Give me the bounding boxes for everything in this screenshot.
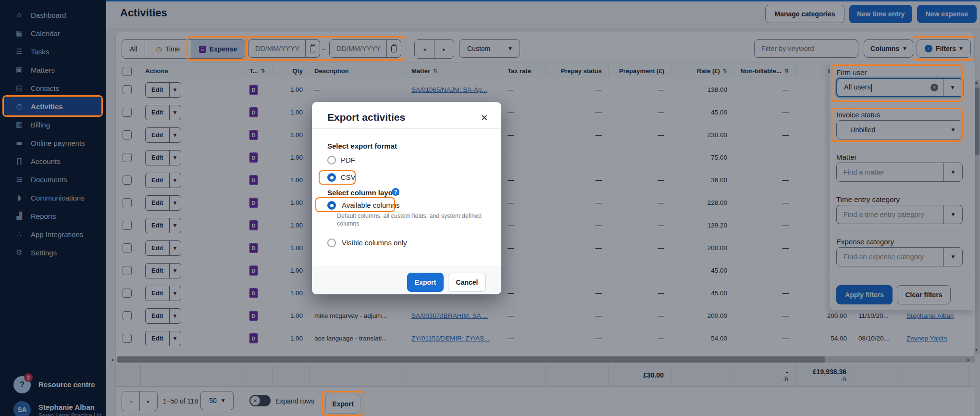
app-root: ⌂Dashboard▦Calendar☰Tasks▣Matters▤Contac… (0, 0, 980, 416)
visible-columns-radio[interactable] (327, 239, 336, 247)
modal-cancel-button[interactable]: Cancel (448, 273, 486, 292)
highlight-filters-button (913, 36, 974, 61)
description-line-1: Default columns, all custom fields, and … (337, 213, 482, 219)
visible-columns-label[interactable]: Visible columns only (342, 239, 407, 247)
modal-divider (312, 128, 501, 129)
help-icon[interactable]: ? (392, 188, 399, 196)
highlight-expense-tab (186, 36, 248, 61)
pdf-radio[interactable] (327, 156, 336, 164)
highlight-firm-user (831, 64, 963, 102)
pdf-radio-label[interactable]: PDF (341, 156, 355, 164)
highlight-available-columns (315, 197, 395, 212)
modal-title: Export activities (327, 112, 405, 123)
layout-section-title: Select column layout (327, 189, 399, 197)
highlight-export-button (322, 391, 364, 416)
close-icon[interactable]: ✕ (481, 113, 488, 123)
modal-footer: Export Cancel (312, 265, 501, 294)
available-columns-description: Default columns, all custom fields, and … (337, 212, 486, 227)
highlight-invoice-status (831, 108, 963, 142)
highlight-activities-nav (2, 95, 103, 117)
highlight-csv-option (319, 170, 356, 185)
highlight-date-range (245, 36, 406, 61)
description-line-2: columns (337, 220, 360, 227)
modal-export-button[interactable]: Export (407, 273, 444, 292)
format-section-title: Select export format (327, 142, 397, 150)
